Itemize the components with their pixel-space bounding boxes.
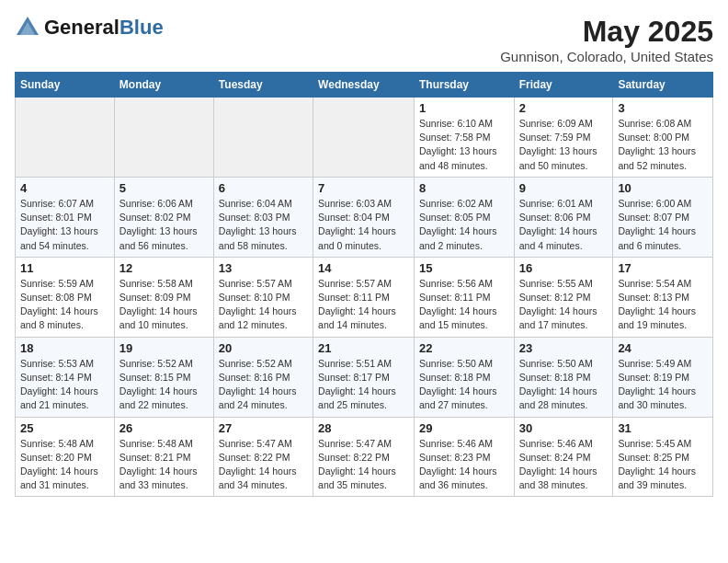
day-number: 27 xyxy=(219,421,308,435)
day-number: 17 xyxy=(618,261,708,275)
logo: GeneralBlue xyxy=(15,15,164,40)
day-number: 16 xyxy=(519,261,609,275)
day-number: 26 xyxy=(119,421,209,435)
day-info: Sunrise: 5:48 AMSunset: 8:20 PMDaylight:… xyxy=(20,437,109,493)
day-info: Sunrise: 5:57 AMSunset: 8:10 PMDaylight:… xyxy=(219,277,308,333)
calendar-cell: 3Sunrise: 6:08 AMSunset: 8:00 PMDaylight… xyxy=(613,98,713,178)
weekday-header-saturday: Saturday xyxy=(613,73,713,98)
day-number: 14 xyxy=(318,261,409,275)
calendar-cell: 30Sunrise: 5:46 AMSunset: 8:24 PMDayligh… xyxy=(514,417,613,497)
day-info: Sunrise: 5:59 AMSunset: 8:08 PMDaylight:… xyxy=(20,277,109,333)
day-info: Sunrise: 6:10 AMSunset: 7:58 PMDaylight:… xyxy=(419,117,509,173)
weekday-header-thursday: Thursday xyxy=(414,73,514,98)
day-number: 22 xyxy=(419,341,509,355)
calendar-cell xyxy=(313,98,415,178)
calendar-cell: 25Sunrise: 5:48 AMSunset: 8:20 PMDayligh… xyxy=(16,417,115,497)
calendar-cell: 31Sunrise: 5:45 AMSunset: 8:25 PMDayligh… xyxy=(613,417,713,497)
calendar-cell: 19Sunrise: 5:52 AMSunset: 8:15 PMDayligh… xyxy=(114,337,213,417)
calendar-cell: 20Sunrise: 5:52 AMSunset: 8:16 PMDayligh… xyxy=(213,337,313,417)
day-number: 28 xyxy=(318,421,409,435)
day-info: Sunrise: 6:01 AMSunset: 8:06 PMDaylight:… xyxy=(519,197,609,253)
calendar-cell: 12Sunrise: 5:58 AMSunset: 8:09 PMDayligh… xyxy=(114,257,213,337)
calendar-cell: 27Sunrise: 5:47 AMSunset: 8:22 PMDayligh… xyxy=(213,417,313,497)
day-info: Sunrise: 5:50 AMSunset: 8:18 PMDaylight:… xyxy=(519,357,609,413)
day-info: Sunrise: 6:02 AMSunset: 8:05 PMDaylight:… xyxy=(419,197,509,253)
week-row-4: 18Sunrise: 5:53 AMSunset: 8:14 PMDayligh… xyxy=(16,337,713,417)
weekday-header-wednesday: Wednesday xyxy=(313,73,415,98)
calendar-cell: 7Sunrise: 6:03 AMSunset: 8:04 PMDaylight… xyxy=(313,177,415,257)
weekday-header-friday: Friday xyxy=(514,73,613,98)
calendar-cell: 2Sunrise: 6:09 AMSunset: 7:59 PMDaylight… xyxy=(514,98,613,178)
day-number: 13 xyxy=(219,261,308,275)
calendar-cell: 22Sunrise: 5:50 AMSunset: 8:18 PMDayligh… xyxy=(414,337,514,417)
logo-icon xyxy=(15,15,40,40)
weekday-header-row: SundayMondayTuesdayWednesdayThursdayFrid… xyxy=(16,73,713,98)
calendar-cell: 18Sunrise: 5:53 AMSunset: 8:14 PMDayligh… xyxy=(16,337,115,417)
week-row-3: 11Sunrise: 5:59 AMSunset: 8:08 PMDayligh… xyxy=(16,257,713,337)
logo-general-text: General xyxy=(44,16,119,39)
day-number: 29 xyxy=(419,421,509,435)
day-number: 12 xyxy=(119,261,209,275)
day-number: 8 xyxy=(419,181,509,195)
calendar-cell xyxy=(213,98,313,178)
day-info: Sunrise: 6:03 AMSunset: 8:04 PMDaylight:… xyxy=(318,197,409,253)
day-number: 23 xyxy=(519,341,609,355)
calendar-cell: 17Sunrise: 5:54 AMSunset: 8:13 PMDayligh… xyxy=(613,257,713,337)
day-info: Sunrise: 6:07 AMSunset: 8:01 PMDaylight:… xyxy=(20,197,109,253)
day-number: 18 xyxy=(20,341,109,355)
weekday-header-sunday: Sunday xyxy=(16,73,115,98)
week-row-1: 1Sunrise: 6:10 AMSunset: 7:58 PMDaylight… xyxy=(16,98,713,178)
calendar-cell: 5Sunrise: 6:06 AMSunset: 8:02 PMDaylight… xyxy=(114,177,213,257)
weekday-header-tuesday: Tuesday xyxy=(213,73,313,98)
calendar-cell: 13Sunrise: 5:57 AMSunset: 8:10 PMDayligh… xyxy=(213,257,313,337)
day-info: Sunrise: 6:08 AMSunset: 8:00 PMDaylight:… xyxy=(618,117,708,173)
calendar-cell xyxy=(16,98,115,178)
week-row-5: 25Sunrise: 5:48 AMSunset: 8:20 PMDayligh… xyxy=(16,417,713,497)
calendar-cell: 23Sunrise: 5:50 AMSunset: 8:18 PMDayligh… xyxy=(514,337,613,417)
calendar-cell: 14Sunrise: 5:57 AMSunset: 8:11 PMDayligh… xyxy=(313,257,415,337)
calendar-cell: 9Sunrise: 6:01 AMSunset: 8:06 PMDaylight… xyxy=(514,177,613,257)
calendar-cell: 8Sunrise: 6:02 AMSunset: 8:05 PMDaylight… xyxy=(414,177,514,257)
calendar-cell: 1Sunrise: 6:10 AMSunset: 7:58 PMDaylight… xyxy=(414,98,514,178)
day-info: Sunrise: 5:47 AMSunset: 8:22 PMDaylight:… xyxy=(318,437,409,493)
calendar-cell: 16Sunrise: 5:55 AMSunset: 8:12 PMDayligh… xyxy=(514,257,613,337)
day-number: 7 xyxy=(318,181,409,195)
day-number: 5 xyxy=(119,181,209,195)
day-info: Sunrise: 5:56 AMSunset: 8:11 PMDaylight:… xyxy=(419,277,509,333)
day-number: 1 xyxy=(419,101,509,115)
day-info: Sunrise: 6:00 AMSunset: 8:07 PMDaylight:… xyxy=(618,197,708,253)
calendar-cell: 6Sunrise: 6:04 AMSunset: 8:03 PMDaylight… xyxy=(213,177,313,257)
day-number: 10 xyxy=(618,181,708,195)
day-number: 25 xyxy=(20,421,109,435)
day-number: 20 xyxy=(219,341,308,355)
day-number: 6 xyxy=(219,181,308,195)
day-info: Sunrise: 5:57 AMSunset: 8:11 PMDaylight:… xyxy=(318,277,409,333)
calendar-table: SundayMondayTuesdayWednesdayThursdayFrid… xyxy=(15,72,713,497)
day-info: Sunrise: 5:50 AMSunset: 8:18 PMDaylight:… xyxy=(419,357,509,413)
day-number: 30 xyxy=(519,421,609,435)
page-header: GeneralBlue May 2025 Gunnison, Colorado,… xyxy=(15,15,713,64)
logo-blue-text: Blue xyxy=(119,16,164,39)
calendar-cell: 26Sunrise: 5:48 AMSunset: 8:21 PMDayligh… xyxy=(114,417,213,497)
title-area: May 2025 Gunnison, Colorado, United Stat… xyxy=(500,15,713,64)
day-info: Sunrise: 5:55 AMSunset: 8:12 PMDaylight:… xyxy=(519,277,609,333)
day-info: Sunrise: 5:45 AMSunset: 8:25 PMDaylight:… xyxy=(618,437,708,493)
calendar-cell: 10Sunrise: 6:00 AMSunset: 8:07 PMDayligh… xyxy=(613,177,713,257)
day-info: Sunrise: 6:06 AMSunset: 8:02 PMDaylight:… xyxy=(119,197,209,253)
day-info: Sunrise: 5:52 AMSunset: 8:16 PMDaylight:… xyxy=(219,357,308,413)
calendar-cell: 28Sunrise: 5:47 AMSunset: 8:22 PMDayligh… xyxy=(313,417,415,497)
calendar-cell: 4Sunrise: 6:07 AMSunset: 8:01 PMDaylight… xyxy=(16,177,115,257)
week-row-2: 4Sunrise: 6:07 AMSunset: 8:01 PMDaylight… xyxy=(16,177,713,257)
day-info: Sunrise: 5:58 AMSunset: 8:09 PMDaylight:… xyxy=(119,277,209,333)
day-info: Sunrise: 6:09 AMSunset: 7:59 PMDaylight:… xyxy=(519,117,609,173)
day-number: 15 xyxy=(419,261,509,275)
day-info: Sunrise: 5:54 AMSunset: 8:13 PMDaylight:… xyxy=(618,277,708,333)
day-number: 21 xyxy=(318,341,409,355)
day-number: 19 xyxy=(119,341,209,355)
day-info: Sunrise: 5:51 AMSunset: 8:17 PMDaylight:… xyxy=(318,357,409,413)
day-info: Sunrise: 6:04 AMSunset: 8:03 PMDaylight:… xyxy=(219,197,308,253)
day-number: 9 xyxy=(519,181,609,195)
day-number: 3 xyxy=(618,101,708,115)
calendar-cell: 11Sunrise: 5:59 AMSunset: 8:08 PMDayligh… xyxy=(16,257,115,337)
weekday-header-monday: Monday xyxy=(114,73,213,98)
